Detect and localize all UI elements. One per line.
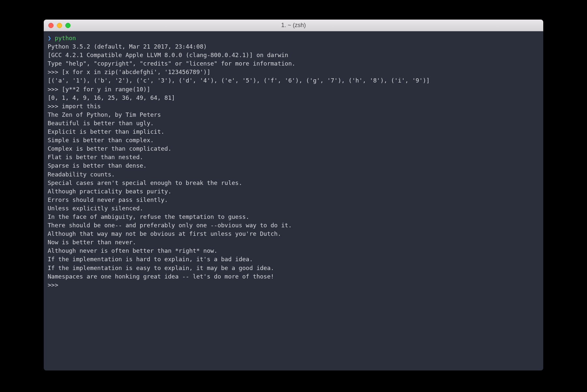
shell-prompt-line: ❯ python bbox=[48, 34, 539, 42]
zen-line: Although that way may not be obvious at … bbox=[48, 230, 539, 238]
zen-line: Errors should never pass silently. bbox=[48, 196, 539, 204]
python-banner-line: Type "help", "copyright", "credits" or "… bbox=[48, 59, 539, 68]
zen-line: Complex is better than complicated. bbox=[48, 144, 539, 153]
python-banner-line: Python 3.5.2 (default, Mar 21 2017, 23:4… bbox=[48, 42, 539, 51]
zen-line: Flat is better than nested. bbox=[48, 153, 539, 161]
close-icon[interactable] bbox=[48, 23, 54, 28]
maximize-icon[interactable] bbox=[65, 23, 71, 28]
zen-line: Sparse is better than dense. bbox=[48, 161, 539, 170]
traffic-lights bbox=[48, 23, 71, 28]
prompt-arrow-icon: ❯ bbox=[48, 35, 51, 41]
zen-line: If the implementation is hard to explain… bbox=[48, 255, 539, 264]
repl-prompt[interactable]: >>> bbox=[48, 281, 539, 289]
zen-line: Although practicality beats purity. bbox=[48, 187, 539, 196]
repl-output-line: [('a', '1'), ('b', '2'), ('c', '3'), ('d… bbox=[48, 76, 539, 85]
repl-input-line: >>> import this bbox=[48, 102, 539, 111]
zen-line: Namespaces are one honking great idea --… bbox=[48, 272, 539, 281]
zen-line: In the face of ambiguity, refuse the tem… bbox=[48, 213, 539, 221]
zen-line: Readability counts. bbox=[48, 170, 539, 179]
title-bar: 1. ~ (zsh) bbox=[44, 20, 543, 31]
zen-line: Special cases aren't special enough to b… bbox=[48, 179, 539, 187]
shell-command: python bbox=[55, 35, 76, 41]
zen-line: Unless explicitly silenced. bbox=[48, 204, 539, 213]
window-title: 1. ~ (zsh) bbox=[281, 22, 306, 29]
zen-title-line: The Zen of Python, by Tim Peters bbox=[48, 111, 539, 119]
zen-line: Explicit is better than implicit. bbox=[48, 128, 539, 136]
repl-input-line: >>> [y**2 for y in range(10)] bbox=[48, 85, 539, 94]
zen-line: There should be one-- and preferably onl… bbox=[48, 221, 539, 230]
zen-line: Simple is better than complex. bbox=[48, 136, 539, 144]
minimize-icon[interactable] bbox=[57, 23, 62, 28]
zen-line: Now is better than never. bbox=[48, 238, 539, 247]
zen-line: Although never is often better than *rig… bbox=[48, 247, 539, 255]
terminal-window: 1. ~ (zsh) ❯ python Python 3.5.2 (defaul… bbox=[44, 20, 543, 370]
repl-output-line: [0, 1, 4, 9, 16, 25, 36, 49, 64, 81] bbox=[48, 94, 539, 102]
zen-line: Beautiful is better than ugly. bbox=[48, 119, 539, 128]
repl-input-line: >>> [x for x in zip('abcdefghi', '123456… bbox=[48, 68, 539, 76]
python-banner-line: [GCC 4.2.1 Compatible Apple LLVM 8.0.0 (… bbox=[48, 51, 539, 59]
zen-line: If the implementation is easy to explain… bbox=[48, 264, 539, 272]
terminal-body[interactable]: ❯ python Python 3.5.2 (default, Mar 21 2… bbox=[44, 31, 543, 370]
